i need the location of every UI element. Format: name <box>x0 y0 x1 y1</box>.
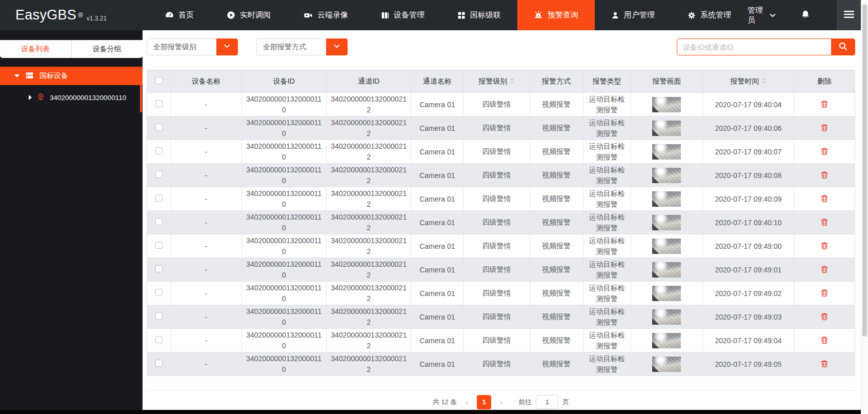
alarm-level-sort-button[interactable]: 报警级别 <box>478 77 514 86</box>
tree-node-gb-devices[interactable]: 国标设备 <box>0 67 143 85</box>
table-row: - 34020000001320000110 34020000001320000… <box>147 282 855 305</box>
search-input[interactable] <box>677 39 831 55</box>
alarm-snapshot-thumbnail[interactable] <box>652 239 681 254</box>
row-checkbox[interactable] <box>155 289 163 296</box>
row-checkbox[interactable] <box>155 312 163 320</box>
nav-item-gear[interactable]: 系统管理 <box>671 0 748 30</box>
alarm-level-dropdown-button[interactable] <box>216 38 238 55</box>
delete-button[interactable] <box>819 264 830 274</box>
row-checkbox[interactable] <box>155 242 163 249</box>
cell-channel-name: Camera 01 <box>411 93 463 116</box>
cell-channel-name: Camera 01 <box>411 187 463 211</box>
row-checkbox[interactable] <box>155 124 163 131</box>
cell-alarm-image <box>631 116 702 140</box>
cell-alarm-type: 运动目标检测报警 <box>583 352 631 376</box>
goto-page-input[interactable] <box>536 395 558 409</box>
hamburger-menu-button[interactable] <box>837 0 861 30</box>
table-row: - 34020000001320000110 34020000001320000… <box>147 305 855 329</box>
alarm-snapshot-thumbnail[interactable] <box>652 286 681 301</box>
alarm-table-container: 设备名称 设备ID 通道ID 通道名称 报警级别 报警方式 报警类型 报警画面 <box>147 70 855 376</box>
tree-node-device[interactable]: 34020000001320000110 <box>0 90 143 105</box>
alarm-snapshot-thumbnail[interactable] <box>652 168 681 183</box>
delete-button[interactable] <box>819 311 830 322</box>
alarm-time-sort-button[interactable]: 报警时间 <box>731 77 766 86</box>
sidebar-scrollbar-thumb[interactable] <box>140 85 142 112</box>
alarm-snapshot-thumbnail[interactable] <box>652 97 681 112</box>
row-checkbox[interactable] <box>155 265 163 272</box>
nav-item-label: 设备管理 <box>394 10 425 20</box>
alarm-snapshot-thumbnail[interactable] <box>652 357 681 372</box>
cell-device-id: 34020000001320000110 <box>241 305 326 329</box>
cell-checkbox <box>147 93 171 116</box>
alarm-level-dropdown[interactable]: 全部报警级别 <box>147 38 238 55</box>
page-unit-label: 页 <box>562 398 569 407</box>
delete-button[interactable] <box>819 335 830 345</box>
alarm-snapshot-thumbnail[interactable] <box>652 121 681 136</box>
delete-button[interactable] <box>819 99 830 109</box>
cell-channel-id: 34020000001320000212 <box>326 352 411 376</box>
page-scrollbar-thumb[interactable] <box>862 4 867 337</box>
chevron-down-icon <box>224 43 231 52</box>
cell-alarm-method: 视频报警 <box>530 352 583 376</box>
cell-checkbox <box>147 352 171 376</box>
alarm-method-dropdown[interactable]: 全部报警方式 <box>256 38 348 55</box>
alarm-snapshot-thumbnail[interactable] <box>652 215 681 230</box>
nav-item-play[interactable]: 实时调阅 <box>210 0 287 30</box>
row-checkbox[interactable] <box>155 360 163 367</box>
nav-item-devices[interactable]: 设备管理 <box>365 0 441 30</box>
easygbs-app: EasyGBS ® v1.3.21 首页实时调阅云端录像设备管理国标级联预警查询… <box>0 0 868 414</box>
nav-item-video-camera[interactable]: 云端录像 <box>287 0 365 30</box>
cell-alarm-level: 四级警情 <box>463 164 530 187</box>
delete-button[interactable] <box>819 146 830 156</box>
notification-bell-button[interactable] <box>801 10 810 21</box>
nav-item-cascade[interactable]: 国标级联 <box>441 0 517 30</box>
admin-menu[interactable]: 管理员 <box>748 6 776 25</box>
delete-button[interactable] <box>819 241 830 251</box>
nav-item-user[interactable]: 用户管理 <box>595 0 671 30</box>
delete-button[interactable] <box>819 193 830 204</box>
tab-device-group[interactable]: 设备分组 <box>72 40 143 58</box>
row-checkbox[interactable] <box>155 336 163 343</box>
caret-down-icon <box>14 74 19 77</box>
alarm-snapshot-thumbnail[interactable] <box>652 333 681 348</box>
delete-button[interactable] <box>819 288 830 298</box>
alarm-snapshot-thumbnail[interactable] <box>652 262 681 278</box>
delete-button[interactable] <box>819 170 830 180</box>
alarm-method-dropdown-button[interactable] <box>326 38 348 55</box>
cell-checkbox <box>147 258 171 282</box>
delete-button[interactable] <box>819 123 830 133</box>
cell-channel-name: Camera 01 <box>411 164 463 187</box>
search-button[interactable] <box>831 39 855 55</box>
alarm-snapshot-thumbnail[interactable] <box>652 144 681 160</box>
page-scrollbar-track[interactable] <box>861 0 868 414</box>
devices-icon <box>381 11 389 19</box>
alarm-snapshot-thumbnail[interactable] <box>652 309 681 325</box>
tab-device-list[interactable]: 设备列表 <box>0 40 72 58</box>
row-checkbox[interactable] <box>155 194 163 202</box>
header-device-name: 设备名称 <box>171 70 241 93</box>
cell-checkbox <box>147 329 171 352</box>
cell-device-name: - <box>171 211 241 234</box>
row-checkbox[interactable] <box>155 171 163 178</box>
cell-channel-id: 34020000001320000212 <box>326 234 411 258</box>
cell-device-id: 34020000001320000110 <box>241 282 326 305</box>
alarm-snapshot-thumbnail[interactable] <box>652 191 681 207</box>
select-all-checkbox[interactable] <box>155 77 163 84</box>
row-checkbox[interactable] <box>155 100 163 107</box>
cell-checkbox <box>147 234 171 258</box>
cascade-icon <box>457 11 466 19</box>
delete-button[interactable] <box>819 217 830 227</box>
next-page-button[interactable]: › <box>498 398 504 406</box>
table-header-row: 设备名称 设备ID 通道ID 通道名称 报警级别 报警方式 报警类型 报警画面 <box>147 70 855 93</box>
nav-item-alarm[interactable]: 预警查询 <box>517 0 595 30</box>
prev-page-button[interactable]: ‹ <box>463 398 470 406</box>
nav-item-dashboard[interactable]: 首页 <box>149 0 210 30</box>
page-1-button[interactable]: 1 <box>477 395 491 409</box>
row-checkbox[interactable] <box>155 147 163 154</box>
search-box <box>677 38 855 55</box>
table-row: - 34020000001320000110 34020000001320000… <box>147 93 855 116</box>
alarm-table-body: - 34020000001320000110 34020000001320000… <box>147 93 855 376</box>
cell-device-name: - <box>171 187 241 211</box>
delete-button[interactable] <box>819 359 830 369</box>
row-checkbox[interactable] <box>155 218 163 225</box>
